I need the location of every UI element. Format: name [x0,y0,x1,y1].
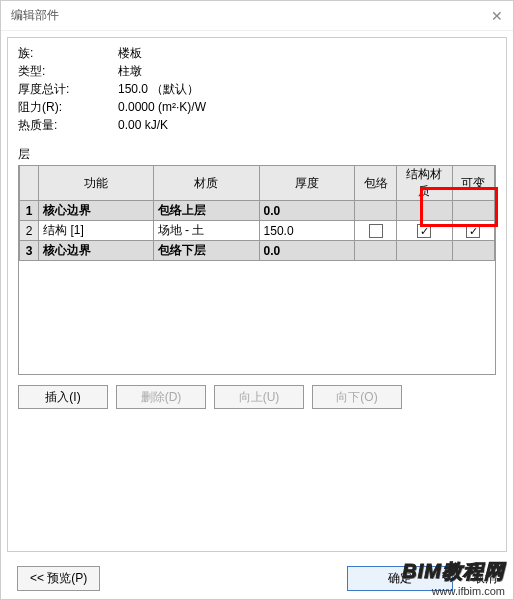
header-material: 材质 [153,166,259,201]
family-label: 族: [18,44,118,62]
thermalmass-label: 热质量: [18,116,118,134]
layers-label: 层 [18,146,496,163]
header-variable: 可变 [452,166,494,201]
resistance-value: 0.0000 (m²·K)/W [118,98,496,116]
cell-structmat [397,241,452,261]
dialog-window: 编辑部件 ✕ 族:楼板 类型:柱墩 厚度总计:150.0 （默认） 阻力(R):… [0,0,514,600]
cell-thickness[interactable]: 0.0 [259,241,354,261]
ok-button[interactable]: 确定 [347,566,453,591]
header-thickness: 厚度 [259,166,354,201]
dialog-footer: << 预览(P) 确定 取消 BIM教程网 www.ifbim.com [1,558,513,599]
cell-variable[interactable]: ✓ [452,221,494,241]
table-header-row: 功能 材质 厚度 包络 结构材质 可变 [20,166,495,201]
cell-material[interactable]: 包络下层 [153,241,259,261]
header-structmat: 结构材质 [397,166,452,201]
row-number: 3 [20,241,39,261]
row-number: 1 [20,201,39,221]
checkbox-icon[interactable]: ✓ [417,224,431,238]
cell-structmat [397,201,452,221]
cell-function[interactable]: 核心边界 [39,241,154,261]
header-wraps: 包络 [355,166,397,201]
cell-variable [452,201,494,221]
cell-thickness[interactable]: 0.0 [259,201,354,221]
type-label: 类型: [18,62,118,80]
cell-function[interactable]: 核心边界 [39,201,154,221]
checkbox-icon[interactable]: ✓ [466,224,480,238]
cell-wraps[interactable] [355,221,397,241]
checkbox-icon[interactable] [369,224,383,238]
close-icon[interactable]: ✕ [491,8,503,24]
titlebar: 编辑部件 ✕ [1,1,513,31]
thermalmass-value: 0.00 kJ/K [118,116,496,134]
cell-structmat[interactable]: ✓ [397,221,452,241]
properties-panel: 族:楼板 类型:柱墩 厚度总计:150.0 （默认） 阻力(R):0.0000 … [18,44,496,134]
cell-variable [452,241,494,261]
table-row[interactable]: 1 核心边界 包络上层 0.0 [20,201,495,221]
table-row[interactable]: 2 结构 [1] 场地 - 土 150.0 ✓ ✓ [20,221,495,241]
row-number: 2 [20,221,39,241]
dialog-title: 编辑部件 [11,7,59,24]
cell-material[interactable]: 包络上层 [153,201,259,221]
insert-button[interactable]: 插入(I) [18,385,108,409]
dialog-body: 族:楼板 类型:柱墩 厚度总计:150.0 （默认） 阻力(R):0.0000 … [7,37,507,552]
cell-function[interactable]: 结构 [1] [39,221,154,241]
layers-table: 功能 材质 厚度 包络 结构材质 可变 1 核心边界 包络上层 0.0 [19,165,495,261]
header-function: 功能 [39,166,154,201]
layers-table-wrap: 功能 材质 厚度 包络 结构材质 可变 1 核心边界 包络上层 0.0 [18,165,496,375]
delete-button: 删除(D) [116,385,206,409]
table-row[interactable]: 3 核心边界 包络下层 0.0 [20,241,495,261]
thickness-value: 150.0 （默认） [118,80,496,98]
thickness-label: 厚度总计: [18,80,118,98]
family-value: 楼板 [118,44,496,62]
down-button: 向下(O) [312,385,402,409]
type-value: 柱墩 [118,62,496,80]
cancel-button[interactable]: 取消 [473,570,497,587]
header-blank [20,166,39,201]
row-buttons: 插入(I) 删除(D) 向上(U) 向下(O) [18,385,496,409]
cell-material[interactable]: 场地 - 土 [153,221,259,241]
resistance-label: 阻力(R): [18,98,118,116]
up-button: 向上(U) [214,385,304,409]
cell-thickness[interactable]: 150.0 [259,221,354,241]
preview-button[interactable]: << 预览(P) [17,566,100,591]
cell-wraps [355,241,397,261]
cell-wraps [355,201,397,221]
